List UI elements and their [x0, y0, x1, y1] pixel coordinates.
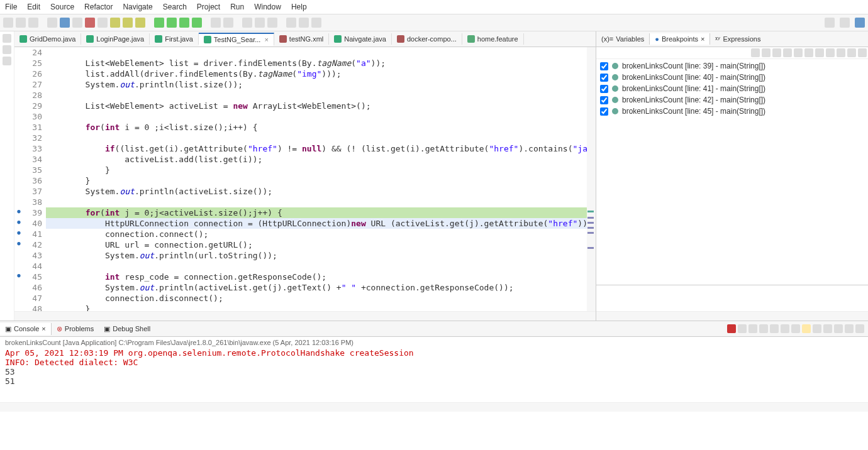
editor-tab[interactable]: testNG.xml	[274, 33, 329, 45]
expand-all-icon[interactable]	[804, 48, 813, 57]
goto-file-icon[interactable]	[783, 48, 792, 57]
link-icon[interactable]	[826, 48, 835, 57]
pin-icon[interactable]	[311, 18, 321, 28]
breakpoint-item[interactable]: brokenLinksCount [line: 42] - main(Strin…	[598, 94, 867, 106]
console-output[interactable]: Apr 05, 2021 12:03:19 PM org.openqa.sele…	[0, 348, 868, 402]
remove-all-terminated-icon[interactable]	[748, 324, 757, 333]
editor-h-scrollbar[interactable]	[14, 311, 596, 321]
console-h-scrollbar[interactable]	[0, 402, 868, 412]
menu-search[interactable]: Search	[163, 3, 187, 11]
breakpoint-item[interactable]: brokenLinksCount [line: 40] - main(Strin…	[598, 72, 867, 83]
editor-tab[interactable]: First.java	[150, 33, 199, 45]
tab-debug-shell[interactable]: ▣Debug Shell	[99, 323, 155, 335]
editor-tab[interactable]: docker-compo...	[392, 33, 462, 45]
step-return-icon[interactable]	[135, 18, 145, 28]
clear-console-icon[interactable]	[759, 324, 768, 333]
back-icon[interactable]	[286, 18, 296, 28]
outline-icon[interactable]	[3, 57, 11, 65]
save-icon[interactable]	[16, 18, 26, 28]
breakpoints-list[interactable]: brokenLinksCount [line: 39] - main(Strin…	[596, 59, 868, 285]
breakpoint-item[interactable]: brokenLinksCount [line: 41] - main(Strin…	[598, 83, 867, 94]
show-when-error-icon[interactable]	[813, 324, 821, 333]
menu-file[interactable]: File	[5, 3, 17, 11]
search-icon[interactable]	[255, 18, 265, 28]
quick-access-icon[interactable]	[825, 18, 835, 28]
maximize-icon[interactable]	[855, 324, 864, 333]
open-type-icon[interactable]	[242, 18, 252, 28]
breakpoint-checkbox[interactable]	[600, 96, 608, 104]
open-console-icon[interactable]	[834, 324, 843, 333]
menu-icon[interactable]	[837, 48, 845, 57]
editor-tab[interactable]: TestNG_Sear...×	[199, 33, 274, 46]
menu-project[interactable]: Project	[197, 3, 220, 11]
package-explorer-icon[interactable]	[3, 45, 11, 54]
debug-icon[interactable]	[167, 18, 177, 28]
editor-body[interactable]: ●●●●● 2425262728293031323334353637383940…	[14, 47, 596, 311]
step-into-icon[interactable]	[110, 18, 120, 28]
run-icon[interactable]	[154, 18, 164, 28]
coverage-icon[interactable]	[179, 18, 189, 28]
breakpoint-gutter[interactable]: ●●●●●	[14, 47, 23, 311]
suspend-icon[interactable]	[72, 18, 82, 28]
show-supported-icon[interactable]	[772, 48, 781, 57]
remove-launch-icon[interactable]	[738, 324, 747, 333]
tab-expressions[interactable]: ᵡʸExpressions	[710, 33, 765, 45]
skip-all-icon[interactable]	[794, 48, 803, 57]
menu-edit[interactable]: Edit	[27, 3, 40, 11]
terminate-icon[interactable]	[85, 18, 95, 28]
main-area: GridDemo.javaLoginPage.javaFirst.javaTes…	[0, 31, 868, 321]
forward-icon[interactable]	[299, 18, 309, 28]
disconnect-icon[interactable]	[97, 18, 108, 28]
breakpoint-checkbox[interactable]	[600, 107, 608, 116]
display-selected-icon[interactable]	[823, 324, 832, 333]
skip-breakpoints-icon[interactable]	[47, 18, 57, 28]
word-wrap-icon[interactable]	[781, 324, 789, 333]
breakpoint-checkbox[interactable]	[600, 74, 608, 82]
java-perspective-icon[interactable]	[855, 18, 865, 28]
maximize-icon[interactable]	[858, 48, 867, 57]
collapse-all-icon[interactable]	[815, 48, 824, 57]
editor-tab[interactable]: Naivgate.java	[329, 33, 392, 45]
menu-navigate[interactable]: Navigate	[123, 3, 152, 11]
overview-ruler[interactable]	[587, 47, 596, 311]
tab-console[interactable]: ▣Console×	[0, 323, 52, 335]
minimize-icon[interactable]	[845, 324, 854, 333]
breakpoint-checkbox[interactable]	[600, 85, 608, 93]
menu-run[interactable]: Run	[230, 3, 244, 11]
menu-refactor[interactable]: Refactor	[84, 3, 113, 11]
step-over-icon[interactable]	[123, 18, 133, 28]
new-icon[interactable]	[3, 18, 13, 28]
pin-console-icon[interactable]	[791, 324, 800, 333]
resume-icon[interactable]	[60, 18, 70, 28]
open-perspective-icon[interactable]	[840, 18, 850, 28]
editor-tab[interactable]: GridDemo.java	[14, 33, 81, 45]
new-package-icon[interactable]	[223, 18, 233, 28]
detail-h-scrollbar[interactable]	[596, 311, 868, 321]
terminate-icon[interactable]	[727, 324, 736, 333]
remove-selected-icon[interactable]	[751, 48, 760, 57]
run-last-icon[interactable]	[192, 18, 202, 28]
editor-tab[interactable]: home.feature	[462, 33, 524, 45]
close-icon[interactable]: ×	[264, 36, 268, 43]
breakpoint-item[interactable]: brokenLinksCount [line: 39] - main(Strin…	[598, 60, 867, 72]
menu-help[interactable]: Help	[291, 3, 307, 11]
close-icon[interactable]: ×	[42, 325, 45, 332]
breakpoint-checkbox[interactable]	[600, 62, 608, 70]
remove-all-icon[interactable]	[762, 48, 771, 57]
restore-view-icon[interactable]	[3, 34, 11, 43]
menu-source[interactable]: Source	[50, 3, 74, 11]
minimize-icon[interactable]	[847, 48, 856, 57]
toggle-mark-icon[interactable]	[267, 18, 277, 28]
breakpoint-item[interactable]: brokenLinksCount [line: 45] - main(Strin…	[598, 106, 867, 117]
show-when-output-icon[interactable]	[802, 324, 811, 333]
save-all-icon[interactable]	[28, 18, 38, 28]
tab-breakpoints[interactable]: ●Breakpoints×	[649, 33, 710, 45]
code-area[interactable]: List<WebElement> list = driver.findEleme…	[46, 47, 596, 311]
close-icon[interactable]: ×	[701, 35, 704, 43]
editor-tab[interactable]: LoginPage.java	[81, 33, 150, 45]
menu-window[interactable]: Window	[254, 3, 281, 11]
tab-variables[interactable]: (x)=Variables	[596, 33, 649, 45]
scroll-lock-icon[interactable]	[770, 324, 779, 333]
new-java-class-icon[interactable]	[211, 18, 221, 28]
tab-problems[interactable]: ⊗Problems	[52, 323, 99, 335]
